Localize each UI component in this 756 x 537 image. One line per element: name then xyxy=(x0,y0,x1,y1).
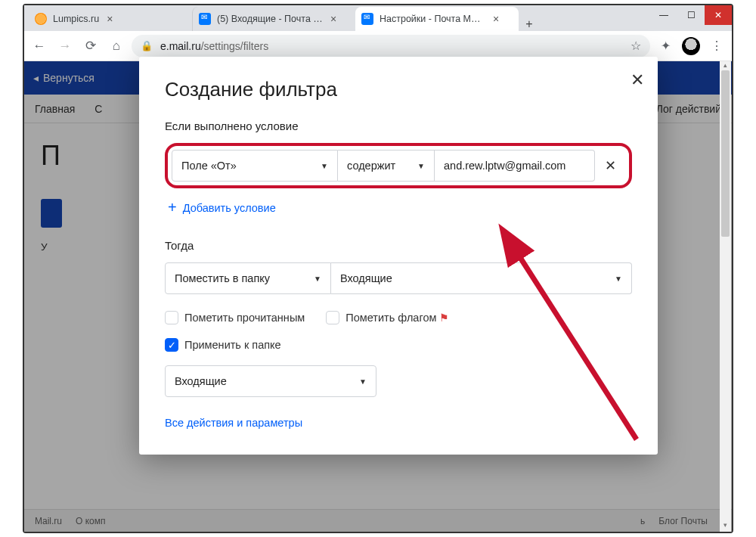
chevron-down-icon: ▼ xyxy=(314,275,321,283)
profile-avatar[interactable] xyxy=(680,36,702,57)
action-row: Поместить в папку ▼ Входящие ▼ xyxy=(165,262,632,294)
mark-read-checkbox[interactable] xyxy=(165,311,178,324)
address-bar[interactable]: 🔒 e.mail.ru/settings/filters ☆ xyxy=(132,35,650,57)
apply-to-folder-checkbox[interactable]: ✓ xyxy=(165,338,178,352)
apply-to-folder-label: Применить к папке xyxy=(184,339,281,351)
tab-title: Lumpics.ru xyxy=(53,14,99,24)
forward-button[interactable]: → xyxy=(54,36,76,57)
browser-titlebar: Lumpics.ru × (5) Входящие - Почта Mail.r… xyxy=(24,5,732,31)
tab-close-icon[interactable]: × xyxy=(330,13,336,25)
condition-value-input[interactable] xyxy=(444,160,585,172)
condition-operator-select[interactable]: содержит ▼ xyxy=(338,150,435,182)
avatar-icon xyxy=(682,37,700,55)
select-value: содержит xyxy=(347,160,395,172)
mark-flag-checkbox[interactable] xyxy=(326,311,339,324)
condition-remove-button[interactable]: ✕ xyxy=(595,150,625,182)
tab-title: Настройки - Почта Mail.ru xyxy=(380,14,485,24)
select-value: Поле «От» xyxy=(181,160,237,172)
browser-menu-icon[interactable]: ⋮ xyxy=(706,36,727,57)
window-maximize-button[interactable]: ☐ xyxy=(677,5,705,25)
url-host: e.mail.ru xyxy=(160,40,201,52)
modal-close-button[interactable]: ✕ xyxy=(631,70,644,90)
select-value: Поместить в папку xyxy=(175,272,270,284)
condition-value-input-wrap xyxy=(435,150,595,182)
action-type-select[interactable]: Поместить в папку ▼ xyxy=(165,262,331,294)
mark-read-label: Пометить прочитанным xyxy=(184,312,305,324)
tab-close-icon[interactable]: × xyxy=(107,13,113,25)
condition-row: Поле «От» ▼ содержит ▼ ✕ xyxy=(172,150,625,182)
window-minimize-button[interactable]: — xyxy=(650,5,677,25)
extensions-icon[interactable]: ✦ xyxy=(655,36,676,57)
home-button[interactable]: ⌂ xyxy=(106,36,127,57)
mark-flag-label: Пометить флагом xyxy=(345,312,436,324)
condition-field-select[interactable]: Поле «От» ▼ xyxy=(172,150,338,182)
create-filter-modal: ✕ Создание фильтра Если выполнено услови… xyxy=(139,57,658,455)
tab-close-icon[interactable]: × xyxy=(493,13,499,25)
modal-title: Создание фильтра xyxy=(165,78,632,101)
chevron-down-icon: ▼ xyxy=(321,162,328,170)
then-section-label: Тогда xyxy=(165,239,632,252)
lock-icon: 🔒 xyxy=(141,40,153,51)
tab-lumpics[interactable]: Lumpics.ru × xyxy=(29,7,192,31)
url-path: /settings/filters xyxy=(201,40,268,52)
action-folder-select[interactable]: Входящие ▼ xyxy=(331,262,632,294)
plus-icon: + xyxy=(168,199,177,216)
chevron-down-icon: ▼ xyxy=(359,377,367,386)
select-value: Входящие xyxy=(175,375,227,387)
apply-folder-select[interactable]: Входящие ▼ xyxy=(165,365,376,397)
modal-overlay: ▴ ▾ ✕ Создание фильтра Если выполнено ус… xyxy=(24,61,732,532)
reload-button[interactable]: ⟳ xyxy=(80,36,101,57)
window-close-button[interactable]: ✕ xyxy=(705,5,732,25)
bookmark-star-icon[interactable]: ☆ xyxy=(631,39,641,53)
condition-section-label: Если выполнено условие xyxy=(165,120,632,132)
scrollbar-thumb[interactable] xyxy=(721,70,730,237)
all-actions-link[interactable]: Все действия и параметры xyxy=(165,417,632,429)
new-tab-button[interactable]: + xyxy=(519,17,540,31)
chevron-down-icon: ▼ xyxy=(615,275,622,283)
add-condition-label: Добавить условие xyxy=(183,202,276,214)
tab-settings[interactable]: Настройки - Почта Mail.ru × xyxy=(355,7,519,31)
back-button[interactable]: ← xyxy=(29,36,50,57)
add-condition-link[interactable]: + Добавить условие xyxy=(168,199,632,216)
tab-inbox[interactable]: (5) Входящие - Почта Mail.ru × xyxy=(192,7,355,31)
favicon-mail-icon xyxy=(361,13,373,25)
condition-row-highlight: Поле «От» ▼ содержит ▼ ✕ xyxy=(165,143,632,188)
favicon-mail-icon xyxy=(199,13,211,25)
flag-icon: ⚑ xyxy=(439,312,449,324)
select-value: Входящие xyxy=(340,272,392,284)
chevron-down-icon: ▼ xyxy=(417,162,425,170)
overlay-scrollbar[interactable]: ▴ ▾ xyxy=(720,61,731,532)
tab-title: (5) Входящие - Почта Mail.ru xyxy=(217,14,323,24)
favicon-lumpics xyxy=(35,13,47,25)
